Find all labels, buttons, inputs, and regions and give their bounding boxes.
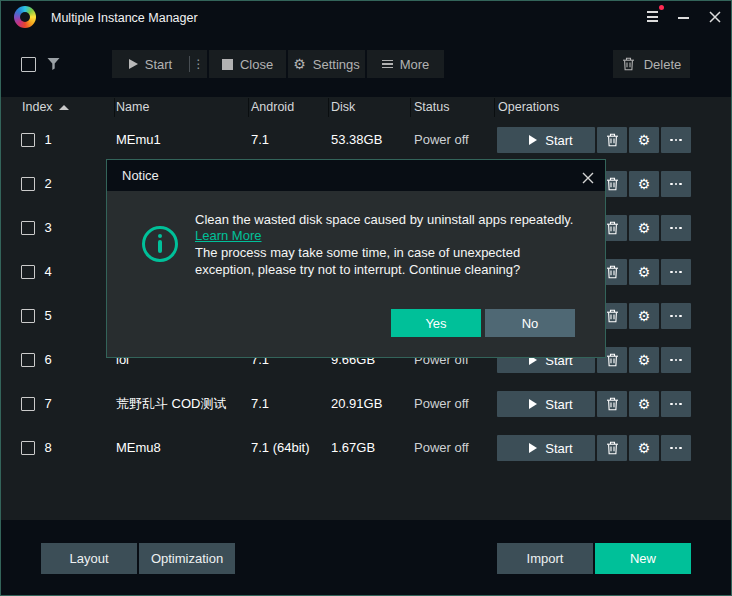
row-more-button[interactable]	[661, 127, 691, 153]
trash-icon	[606, 177, 619, 191]
minimize-button[interactable]	[677, 8, 690, 26]
close-button[interactable]	[709, 11, 721, 23]
column-header-android[interactable]: Android	[251, 97, 294, 118]
dialog-text-line1: Clean the wasted disk space caused by un…	[195, 212, 573, 228]
info-icon	[142, 226, 178, 262]
trash-icon	[622, 57, 635, 71]
window-title: Multiple Instance Manager	[51, 1, 198, 35]
table-row: 7荒野乱斗 COD测试7.120.91GBPower offStart⚙	[1, 382, 731, 426]
more-dots-icon	[670, 447, 682, 450]
layout-button[interactable]: Layout	[41, 543, 137, 574]
row-more-button[interactable]	[661, 435, 691, 461]
row-delete-button[interactable]	[597, 391, 627, 417]
row-index: 7	[41, 382, 55, 426]
column-header-index[interactable]: Index	[22, 97, 53, 118]
row-android: 7.1	[251, 382, 269, 426]
row-start-button[interactable]: Start	[497, 127, 595, 153]
row-more-button[interactable]	[661, 215, 691, 241]
row-more-button[interactable]	[661, 303, 691, 329]
footer: Layout Optimization Import New	[1, 520, 731, 595]
more-dots-icon	[670, 227, 682, 230]
column-header-name[interactable]: Name	[116, 97, 149, 118]
dialog-text-line3: exception, please try not to interrupt. …	[195, 262, 520, 278]
more-dots-icon	[670, 359, 682, 362]
row-status: Power off	[414, 426, 469, 470]
row-checkbox[interactable]	[21, 133, 35, 147]
row-index: 6	[41, 338, 55, 382]
row-more-button[interactable]	[661, 171, 691, 197]
row-checkbox[interactable]	[21, 221, 35, 235]
toolbar-close-button[interactable]: Close	[209, 50, 286, 78]
play-icon	[129, 59, 138, 69]
row-disk: 53.38GB	[331, 118, 382, 162]
row-settings-button[interactable]: ⚙	[629, 259, 659, 285]
toolbar-settings-button[interactable]: ⚙Settings	[288, 50, 365, 78]
new-button[interactable]: New	[595, 543, 691, 574]
row-name: MEmu8	[116, 426, 161, 470]
row-settings-button[interactable]: ⚙	[629, 435, 659, 461]
row-checkbox[interactable]	[21, 441, 35, 455]
dialog-close-icon[interactable]	[582, 170, 594, 182]
optimization-button[interactable]: Optimization	[139, 543, 235, 574]
row-delete-button[interactable]	[597, 435, 627, 461]
trash-icon	[606, 221, 619, 235]
row-settings-button[interactable]: ⚙	[629, 127, 659, 153]
column-header-operations[interactable]: Operations	[498, 97, 559, 118]
table-row: 1MEmu17.153.38GBPower offStart⚙	[1, 118, 731, 162]
start-dropdown-icon[interactable]: ⋮	[190, 50, 207, 78]
more-dots-icon	[670, 183, 682, 186]
row-settings-button[interactable]: ⚙	[629, 347, 659, 373]
play-icon	[529, 399, 537, 409]
row-index: 2	[41, 162, 55, 206]
stop-icon	[222, 59, 233, 70]
row-checkbox[interactable]	[21, 177, 35, 191]
row-index: 4	[41, 250, 55, 294]
row-android: 7.1 (64bit)	[251, 426, 310, 470]
row-delete-button[interactable]	[597, 127, 627, 153]
window: Multiple Instance Manager Start ⋮ Close …	[0, 0, 732, 596]
more-dots-icon	[670, 403, 682, 406]
row-settings-button[interactable]: ⚙	[629, 215, 659, 241]
row-settings-button[interactable]: ⚙	[629, 171, 659, 197]
no-button[interactable]: No	[485, 309, 575, 337]
row-more-button[interactable]	[661, 347, 691, 373]
more-dots-icon	[670, 139, 682, 142]
row-checkbox[interactable]	[21, 309, 35, 323]
row-checkbox[interactable]	[21, 397, 35, 411]
row-checkbox[interactable]	[21, 265, 35, 279]
learn-more-link[interactable]: Learn More	[195, 228, 261, 244]
yes-button[interactable]: Yes	[391, 309, 481, 337]
row-android: 7.1	[251, 118, 269, 162]
trash-icon	[606, 309, 619, 323]
row-start-button[interactable]: Start	[497, 391, 595, 417]
row-name: MEmu1	[116, 118, 161, 162]
dialog-title: Notice	[122, 160, 159, 191]
play-icon	[529, 443, 537, 453]
dialog-text-line2: The process may take some time, in case …	[195, 245, 520, 261]
import-button[interactable]: Import	[497, 543, 593, 574]
toolbar-start-label: Start	[145, 57, 172, 72]
row-start-button[interactable]: Start	[497, 435, 595, 461]
toolbar-start-button[interactable]: Start ⋮	[112, 50, 207, 78]
row-name: 荒野乱斗 COD测试	[116, 382, 227, 426]
toolbar-more-button[interactable]: More	[367, 50, 444, 78]
toolbar-delete-button[interactable]: Delete	[613, 50, 690, 78]
trash-icon	[606, 353, 619, 367]
column-header-status[interactable]: Status	[414, 97, 449, 118]
select-all-checkbox[interactable]	[21, 57, 36, 72]
trash-icon	[606, 265, 619, 279]
row-checkbox[interactable]	[21, 353, 35, 367]
row-settings-button[interactable]: ⚙	[629, 303, 659, 329]
sort-asc-icon	[59, 105, 69, 110]
more-dots-icon	[670, 315, 682, 318]
column-header-disk[interactable]: Disk	[331, 97, 355, 118]
row-more-button[interactable]	[661, 391, 691, 417]
trash-icon	[606, 397, 619, 411]
play-icon	[529, 135, 537, 145]
menu-icon[interactable]	[646, 8, 662, 26]
gear-icon: ⚙	[293, 57, 306, 71]
trash-icon	[606, 133, 619, 147]
filter-icon[interactable]	[46, 56, 61, 71]
row-settings-button[interactable]: ⚙	[629, 391, 659, 417]
row-more-button[interactable]	[661, 259, 691, 285]
